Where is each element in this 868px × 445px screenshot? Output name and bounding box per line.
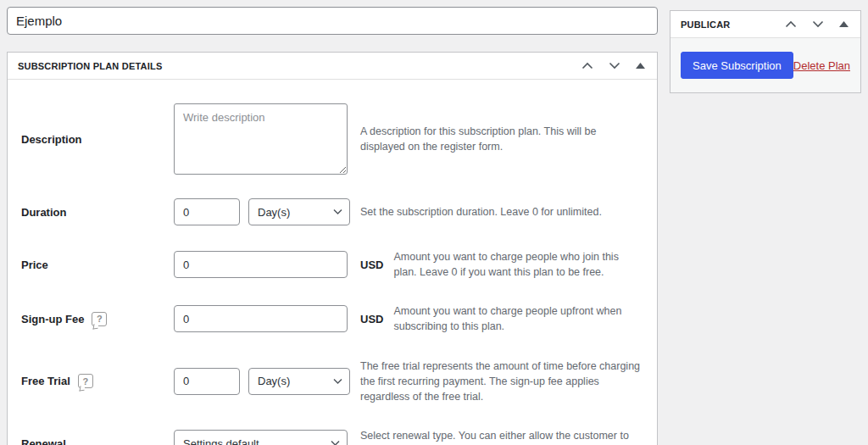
duration-control: Day(s) (174, 198, 360, 225)
admin-page: SUBSCRIPTION PLAN DETAILS (0, 0, 868, 445)
field-label-text: Free Trial (21, 375, 70, 387)
free-trial-input[interactable] (174, 368, 240, 395)
move-up-icon[interactable] (580, 60, 595, 71)
description-row: Description A description for this subsc… (18, 103, 647, 175)
renewal-help-text: Select renewal type. You can either allo… (360, 428, 647, 445)
renewal-select[interactable]: Settings default (174, 430, 348, 445)
free-trial-unit-select[interactable]: Day(s) (248, 368, 350, 395)
signup-fee-help-text: Amount you want to charge people upfront… (393, 303, 647, 334)
renewal-select-wrap: Settings default (174, 430, 348, 445)
duration-help-text: Set the subscription duration. Leave 0 f… (360, 204, 647, 220)
free-trial-label: Free Trial ? (18, 374, 174, 388)
price-help-text: Amount you want to charge people who joi… (393, 249, 647, 280)
signup-fee-label: Sign-up Fee ? (18, 312, 174, 326)
renewal-label: Renewal (18, 437, 174, 445)
description-label: Description (18, 133, 174, 146)
free-trial-help-text: The free trial represents the amount of … (360, 359, 647, 404)
toggle-panel-icon[interactable] (634, 61, 647, 70)
main-column: SUBSCRIPTION PLAN DETAILS (7, 7, 658, 445)
sidebar-column: PUBLICAR Save Subscription Delete Plan (670, 7, 861, 93)
metabox-body: Description A description for this subsc… (8, 80, 657, 445)
duration-label: Duration (18, 206, 174, 219)
field-label-text: Sign-up Fee (21, 313, 84, 325)
free-trial-row: Free Trial ? Day(s) (18, 359, 647, 404)
duration-unit-select-wrap: Day(s) (248, 198, 350, 225)
subscription-plan-details-metabox: SUBSCRIPTION PLAN DETAILS (7, 52, 658, 445)
move-down-icon[interactable] (607, 60, 622, 71)
move-up-icon[interactable] (783, 19, 798, 30)
save-subscription-button[interactable]: Save Subscription (681, 52, 793, 79)
publish-handle-actions (783, 19, 850, 30)
free-trial-unit-select-wrap: Day(s) (248, 368, 350, 395)
description-textarea[interactable] (174, 103, 348, 175)
publish-metabox-body: Save Subscription Delete Plan (670, 38, 860, 92)
description-help-text: A description for this subscription plan… (360, 124, 647, 154)
price-row: Price USD Amount you want to charge peop… (18, 249, 647, 280)
publish-metabox: PUBLICAR Save Subscription Delete Plan (670, 10, 861, 93)
help-icon[interactable]: ? (92, 312, 107, 326)
duration-unit-select[interactable]: Day(s) (248, 198, 350, 225)
field-label-text: Duration (21, 206, 66, 219)
renewal-row: Renewal Settings default Select renewa (18, 428, 647, 445)
metabox-header: SUBSCRIPTION PLAN DETAILS (8, 53, 657, 80)
description-control (174, 103, 360, 175)
field-label-text: Renewal (21, 437, 66, 445)
signup-fee-input[interactable] (174, 305, 348, 332)
title-input[interactable] (7, 7, 658, 35)
move-down-icon[interactable] (810, 19, 826, 30)
publish-metabox-header: PUBLICAR (670, 11, 860, 38)
signup-fee-control (174, 305, 360, 332)
free-trial-control: Day(s) (174, 368, 360, 395)
delete-plan-link[interactable]: Delete Plan (793, 59, 850, 72)
publish-metabox-title: PUBLICAR (681, 19, 730, 30)
signup-fee-row: Sign-up Fee ? USD Amount you want to cha… (18, 303, 647, 334)
price-label: Price (18, 259, 174, 271)
help-icon[interactable]: ? (78, 374, 93, 388)
renewal-control: Settings default (174, 430, 360, 445)
metabox-title: SUBSCRIPTION PLAN DETAILS (18, 61, 162, 71)
duration-input[interactable] (174, 198, 240, 225)
signup-fee-currency-label: USD (360, 313, 383, 325)
metabox-handle-actions (580, 60, 647, 71)
toggle-panel-icon[interactable] (837, 19, 850, 29)
duration-row: Duration Day(s) Set the s (18, 198, 647, 225)
price-currency-label: USD (360, 259, 383, 271)
price-input[interactable] (174, 251, 348, 278)
field-label-text: Price (21, 259, 48, 271)
field-label-text: Description (21, 133, 82, 146)
price-control (174, 251, 360, 278)
